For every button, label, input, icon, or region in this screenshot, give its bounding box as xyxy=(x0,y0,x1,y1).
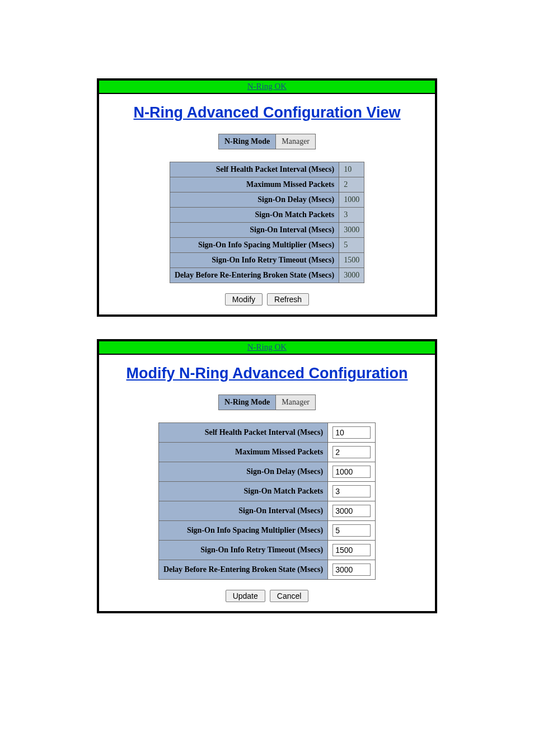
setting-label: Maximum Missed Packets xyxy=(170,177,339,192)
self-health-interval-input[interactable] xyxy=(332,426,371,439)
setting-label: Sign-On Info Retry Timeout (Msecs) xyxy=(170,253,339,268)
setting-label: Delay Before Re-Entering Broken State (M… xyxy=(158,560,327,580)
setting-label: Sign-On Interval (Msecs) xyxy=(158,501,327,521)
table-row: Sign-On Info Spacing Multiplier (Msecs) … xyxy=(170,238,364,253)
table-row: Sign-On Interval (Msecs) 3000 xyxy=(170,223,364,238)
table-row: Sign-On Delay (Msecs) xyxy=(158,462,375,482)
status-bar: N-Ring OK xyxy=(99,341,435,355)
page-title: N-Ring Advanced Configuration View xyxy=(105,104,429,121)
sign-on-match-packets-input[interactable] xyxy=(332,485,371,497)
view-button-row: Modify Refresh xyxy=(105,293,429,306)
setting-value: 3000 xyxy=(339,223,364,238)
setting-label: Delay Before Re-Entering Broken State (M… xyxy=(170,268,339,283)
modify-button[interactable]: Modify xyxy=(225,293,263,306)
mode-value: Manager xyxy=(276,395,316,410)
table-row: Sign-On Info Retry Timeout (Msecs) 1500 xyxy=(170,253,364,268)
view-panel: N-Ring OK N-Ring Advanced Configuration … xyxy=(97,78,437,317)
settings-table-view: Self Health Packet Interval (Msecs) 10 M… xyxy=(170,162,364,283)
status-bar: N-Ring OK xyxy=(99,81,435,94)
setting-label: Sign-On Info Spacing Multiplier (Msecs) xyxy=(170,238,339,253)
setting-value: 10 xyxy=(339,162,364,177)
update-button[interactable]: Update xyxy=(226,590,265,602)
sign-on-interval-input[interactable] xyxy=(332,505,371,517)
table-row: Delay Before Re-Entering Broken State (M… xyxy=(170,268,364,283)
table-row: Delay Before Re-Entering Broken State (M… xyxy=(158,560,375,580)
table-row: Sign-On Info Retry Timeout (Msecs) xyxy=(158,541,375,560)
setting-label: Sign-On Interval (Msecs) xyxy=(170,223,339,238)
setting-label: Sign-On Info Spacing Multiplier (Msecs) xyxy=(158,521,327,541)
modify-panel: N-Ring OK Modify N-Ring Advanced Configu… xyxy=(97,339,437,613)
setting-label: Sign-On Delay (Msecs) xyxy=(158,462,327,482)
settings-table-edit: Self Health Packet Interval (Msecs) Maxi… xyxy=(158,422,376,580)
table-row: Sign-On Match Packets 3 xyxy=(170,208,364,223)
setting-value: 3 xyxy=(339,208,364,223)
setting-label: Self Health Packet Interval (Msecs) xyxy=(158,423,327,443)
setting-label: Sign-On Delay (Msecs) xyxy=(170,192,339,208)
refresh-button[interactable]: Refresh xyxy=(267,293,309,306)
setting-label: Sign-On Match Packets xyxy=(158,482,327,501)
max-missed-packets-input[interactable] xyxy=(332,446,371,458)
mode-table: N-Ring Mode Manager xyxy=(218,395,316,410)
sign-on-info-retry-input[interactable] xyxy=(332,544,371,556)
table-row: Sign-On Interval (Msecs) xyxy=(158,501,375,521)
mode-value: Manager xyxy=(276,134,316,149)
mode-label: N-Ring Mode xyxy=(218,395,275,410)
setting-value: 1500 xyxy=(339,253,364,268)
page-title: Modify N-Ring Advanced Configuration xyxy=(105,365,429,382)
table-row: Self Health Packet Interval (Msecs) xyxy=(158,423,375,443)
setting-value: 3000 xyxy=(339,268,364,283)
delay-broken-state-input[interactable] xyxy=(332,564,371,576)
setting-label: Sign-On Info Retry Timeout (Msecs) xyxy=(158,541,327,560)
sign-on-delay-input[interactable] xyxy=(332,466,371,478)
setting-label: Self Health Packet Interval (Msecs) xyxy=(170,162,339,177)
setting-label: Sign-On Match Packets xyxy=(170,208,339,223)
mode-table: N-Ring Mode Manager xyxy=(218,134,316,149)
table-row: Sign-On Delay (Msecs) 1000 xyxy=(170,192,364,208)
table-row: Sign-On Match Packets xyxy=(158,482,375,501)
table-row: Self Health Packet Interval (Msecs) 10 xyxy=(170,162,364,177)
setting-label: Maximum Missed Packets xyxy=(158,443,327,462)
table-row: Maximum Missed Packets 2 xyxy=(170,177,364,192)
mode-label: N-Ring Mode xyxy=(218,134,275,149)
cancel-button[interactable]: Cancel xyxy=(270,590,309,602)
table-row: Maximum Missed Packets xyxy=(158,443,375,462)
setting-value: 2 xyxy=(339,177,364,192)
setting-value: 1000 xyxy=(339,192,364,208)
table-row: Sign-On Info Spacing Multiplier (Msecs) xyxy=(158,521,375,541)
modify-button-row: Update Cancel xyxy=(105,590,429,602)
setting-value: 5 xyxy=(339,238,364,253)
sign-on-info-spacing-input[interactable] xyxy=(332,524,371,537)
